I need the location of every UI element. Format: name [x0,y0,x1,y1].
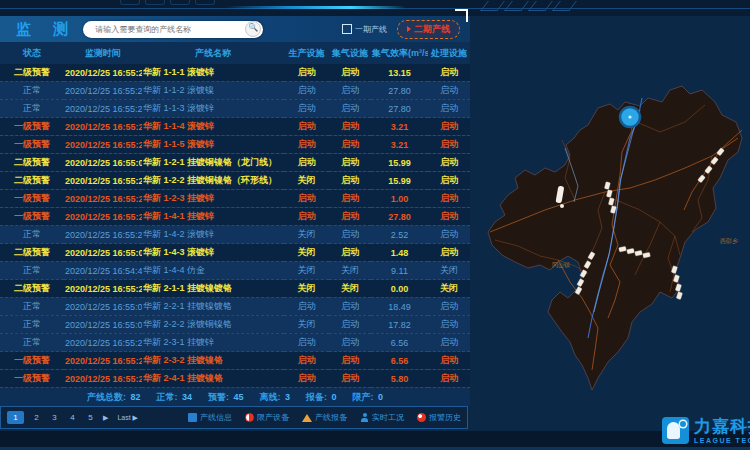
summary-item: 限产: 0 [353,391,384,404]
table-header-row: 状态监测时间产线名称生产设施集气设施集气效率(m³/s)处理设施 [0,42,470,64]
column-header: 产线名称 [142,42,284,64]
district-shape [488,86,742,390]
checkbox-icon[interactable] [342,24,352,34]
table-row[interactable]: 正常 2020/12/25 16:55:04 华新 2-2-2 滚镀铜镍铬 关闭… [0,316,470,334]
efficiency-cell: 0.00 [371,280,428,298]
table-row[interactable]: 二级预警 2020/12/25 16:55:04 华新 1-2-1 挂镀铜镍铬（… [0,154,470,172]
time-cell: 2020/12/25 16:55:24 [64,334,142,352]
efficiency-cell: 18.49 [371,298,428,316]
treatment-facility-cell: 启动 [428,82,470,100]
table-row[interactable]: 一级预警 2020/12/25 16:55:24 华新 1-1-5 滚镀锌 启动… [0,136,470,154]
status-cell: 正常 [0,100,64,118]
production-facility-cell: 启动 [284,136,329,154]
production-facility-cell: 启动 [284,100,329,118]
production-facility-cell: 关闭 [284,262,329,280]
status-cell: 二级预警 [0,154,64,172]
table-row[interactable]: 二级预警 2020/12/25 16:55:24 华新 1-1-1 滚镀锌 启动… [0,64,470,82]
status-cell: 一级预警 [0,118,64,136]
gas-facility-cell: 启动 [329,100,371,118]
line-name-cell: 华新 1-1-1 滚镀锌 [142,64,284,82]
gas-facility-cell: 启动 [329,226,371,244]
column-header: 生产设施 [284,42,329,64]
line-name-cell: 华新 2-1-1 挂镀镍镀铬 [142,280,284,298]
table-row[interactable]: 正常 2020/12/25 16:55:24 华新 1-4-2 滚镀锌 关闭 启… [0,226,470,244]
efficiency-cell: 17.82 [371,316,428,334]
efficiency-cell: 2.52 [371,226,428,244]
report-icon [302,414,312,422]
table-row[interactable]: 一级预警 2020/12/25 16:55:24 华新 2-4-1 挂镀镍铬 启… [0,370,470,388]
status-cell: 一级预警 [0,190,64,208]
table-row[interactable]: 一级预警 2020/12/25 16:55:24 华新 2-3-2 挂镀镍铬 启… [0,352,470,370]
production-facility-cell: 关闭 [284,172,329,190]
page-button[interactable]: 2 [31,411,42,424]
phase2-button[interactable]: 二期产线 [397,20,460,39]
panel-header-band: 监 测 🔍 一期产线 二期产线 [0,16,470,42]
cyan-accent-line [225,6,405,9]
line-name-cell: 华新 1-2-1 挂镀铜镍铬（龙门线） [142,154,284,172]
summary-item: 正常: 34 [156,391,192,404]
gas-facility-cell: 启动 [329,64,371,82]
next-page-button[interactable]: ▶ [103,414,108,422]
efficiency-cell: 5.80 [371,370,428,388]
summary-item: 离线: 3 [260,391,291,404]
status-cell: 正常 [0,262,64,280]
gas-facility-cell: 启动 [329,172,371,190]
search-input[interactable] [93,24,225,35]
page-button[interactable]: 4 [67,411,78,424]
legend-button-alarm[interactable]: 报警历史 [417,412,461,423]
legend-button-restrict[interactable]: 限产设备 [245,412,289,423]
phase1-label: 一期产线 [355,24,387,35]
time-cell: 2020/12/25 16:55:24 [64,208,142,226]
last-page-button[interactable]: Last ▶ [117,414,138,422]
efficiency-cell: 27.80 [371,100,428,118]
table-row[interactable]: 正常 2020/12/25 16:55:24 华新 1-1-3 滚镀锌 启动 启… [0,100,470,118]
map-marker[interactable] [620,107,640,127]
logo-subtitle: LEAGUE TECH [694,437,750,444]
table-row[interactable]: 一级预警 2020/12/25 16:55:24 华新 1-1-4 滚镀锌 启动… [0,118,470,136]
treatment-facility-cell: 启动 [428,118,470,136]
efficiency-cell: 6.56 [371,334,428,352]
table-row[interactable]: 二级预警 2020/12/25 16:55:24 华新 1-2-2 挂镀铜镍铬（… [0,172,470,190]
treatment-facility-cell: 启动 [428,316,470,334]
table-row[interactable]: 一级预警 2020/12/25 16:55:24 华新 1-4-1 挂镀锌 启动… [0,208,470,226]
table-row[interactable]: 二级预警 2020/12/25 16:55:04 华新 1-4-3 滚镀锌 关闭… [0,244,470,262]
line-name-cell: 华新 2-2-1 挂镀镍镀铬 [142,298,284,316]
treatment-facility-cell: 启动 [428,190,470,208]
time-cell: 2020/12/25 16:55:24 [64,118,142,136]
column-header: 状态 [0,42,64,64]
production-facility-cell: 启动 [284,352,329,370]
treatment-facility-cell: 启动 [428,226,470,244]
line-name-cell: 华新 1-4-4 仿金 [142,262,284,280]
production-facility-cell: 启动 [284,154,329,172]
column-header: 集气设施 [329,42,371,64]
table-row[interactable]: 正常 2020/12/25 16:55:04 华新 2-2-1 挂镀镍镀铬 启动… [0,298,470,316]
gas-facility-cell: 启动 [329,316,371,334]
legend-button-info[interactable]: 产线信息 [188,412,232,423]
table-row[interactable]: 正常 2020/12/25 16:55:24 华新 1-1-2 滚镀镍 启动 启… [0,82,470,100]
slanted-decoration [484,1,573,11]
table-row[interactable]: 正常 2020/12/25 16:54:44 华新 1-4-4 仿金 关闭 关闭… [0,262,470,280]
line-name-cell: 华新 1-4-2 滚镀锌 [142,226,284,244]
logo-name: 力嘉科技 [694,418,750,435]
production-facility-cell: 启动 [284,334,329,352]
line-name-cell: 华新 1-4-1 挂镀锌 [142,208,284,226]
page-button[interactable]: 5 [85,411,96,424]
page-button[interactable]: 1 [7,411,24,424]
page-button[interactable]: 3 [49,411,60,424]
table-row[interactable]: 正常 2020/12/25 16:55:24 华新 2-3-1 挂镀锌 启动 启… [0,334,470,352]
legend-button-report[interactable]: 产线报备 [302,412,347,423]
search-icon[interactable]: 🔍 [245,21,261,37]
status-cell: 正常 [0,316,64,334]
status-cell: 正常 [0,298,64,316]
top-decoration-strip [0,0,750,16]
realtime-icon [360,413,369,422]
efficiency-cell: 3.21 [371,118,428,136]
table-row[interactable]: 一级预警 2020/12/25 16:55:24 华新 1-2-3 挂镀锌 启动… [0,190,470,208]
gas-facility-cell: 启动 [329,136,371,154]
gas-facility-cell: 关闭 [329,280,371,298]
legend-button-realtime[interactable]: 实时工况 [360,412,404,423]
table-row[interactable]: 二级预警 2020/12/25 16:55:24 华新 2-1-1 挂镀镍镀铬 … [0,280,470,298]
phase1-checkbox[interactable]: 一期产线 [342,24,387,35]
summary-item: 预警: 45 [208,391,244,404]
time-cell: 2020/12/25 16:55:24 [64,352,142,370]
